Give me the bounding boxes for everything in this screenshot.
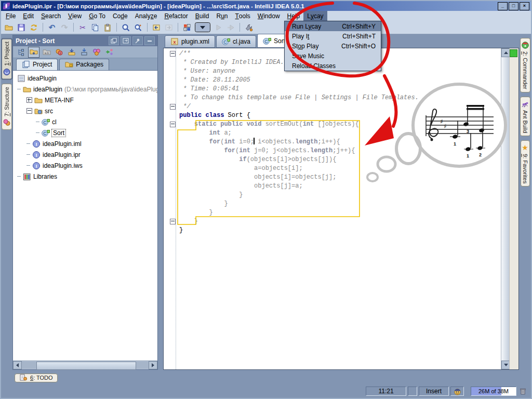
- panel-tab-packages[interactable]: Packages: [59, 59, 109, 70]
- code-line-14[interactable]: a=objects[i];: [164, 164, 500, 173]
- menubar-item-lycay[interactable]: Lycay: [303, 11, 327, 21]
- tree-item-sort[interactable]: CSort: [13, 127, 157, 138]
- code-line-5[interactable]: * Time: 0:05:41: [164, 85, 500, 94]
- toolwindow-button-ant-build[interactable]: Ant Build: [520, 97, 530, 136]
- code-line-17[interactable]: }: [164, 191, 500, 200]
- maximize-button[interactable]: □: [509, 2, 518, 10]
- toolbar-replace-button[interactable]: [132, 22, 144, 33]
- tree-item-src[interactable]: src: [13, 105, 157, 116]
- toolbar-back-button[interactable]: [151, 22, 162, 33]
- fold-marker[interactable]: [170, 104, 176, 110]
- code-line-10[interactable]: int a;: [164, 129, 500, 138]
- compact-packages-button[interactable]: a.b: [42, 47, 52, 57]
- toolbar-redo-button[interactable]: ↷: [59, 22, 70, 33]
- tree-item-ideaplugin-iml[interactable]: IideaPlugin.iml: [13, 138, 157, 149]
- menubar-item-tools[interactable]: Tools: [232, 11, 254, 21]
- toolbar-save-button[interactable]: [16, 22, 27, 33]
- menubar-item-view[interactable]: View: [64, 11, 85, 21]
- menu-item-reload-classes[interactable]: Reload Classes: [285, 61, 381, 71]
- editor-tab-cl-java[interactable]: Ccl.java: [216, 35, 256, 48]
- memory-indicator[interactable]: 26M of 38M: [471, 387, 516, 396]
- collapse-icon[interactable]: [26, 108, 32, 114]
- code-line-4[interactable]: * Date: 28.11.2005: [164, 76, 500, 85]
- toolwindow-button-7-structure[interactable]: 7: Structure: [2, 84, 12, 130]
- toolbar-paste-button[interactable]: [102, 22, 113, 33]
- toolwindow-button-2-commander[interactable]: 2: Commander: [520, 38, 530, 92]
- toolbar-settings-button[interactable]: [243, 22, 255, 33]
- editor[interactable]: /** * Created by IntelliJ IDEA. * User: …: [163, 48, 519, 370]
- tree-item-ideaplugin[interactable]: ideaPlugin: [13, 73, 157, 84]
- menubar-item-refactor[interactable]: Refactor: [161, 11, 191, 21]
- flatten-packages-button[interactable]: [28, 47, 39, 58]
- project-horizontal-scrollbar[interactable]: [13, 361, 157, 369]
- float-mode-button[interactable]: [109, 36, 119, 45]
- toolwindow-button-6-todo[interactable]: 6: TODO: [15, 374, 58, 382]
- toolbar-sync-button[interactable]: [28, 22, 39, 33]
- code-area[interactable]: /** * Created by IntelliJ IDEA. * User: …: [164, 49, 500, 369]
- minimize-button[interactable]: _: [498, 2, 508, 10]
- tree-item-ideaplugin-iws[interactable]: IideaPlugin.iws: [13, 160, 157, 171]
- expand-icon[interactable]: [26, 97, 32, 103]
- code-line-11[interactable]: for(int i=0; i<objects.length;i++){: [164, 138, 500, 147]
- code-line-20[interactable]: }: [164, 217, 500, 226]
- toolbar-undo-button[interactable]: ↶: [46, 22, 58, 33]
- menu-item-run-lycay[interactable]: Run LycayCtrl+Shift+Y: [285, 21, 381, 31]
- code-line-12[interactable]: for(int j=0; j<objects.length;j++){: [164, 147, 500, 155]
- toolwindow-button-9-favorites[interactable]: ★9: Favorites: [521, 140, 530, 187]
- tree-item-meta-inf[interactable]: META-INF: [13, 95, 157, 105]
- editor-vertical-scrollbar[interactable]: [501, 48, 510, 369]
- structure-view-button[interactable]: [16, 47, 26, 57]
- toolbar-find-button[interactable]: [120, 22, 131, 33]
- menubar-item-window[interactable]: Window: [254, 11, 284, 21]
- toolbar-open-button[interactable]: [3, 22, 15, 33]
- code-line-16[interactable]: objects[j]=a;: [164, 182, 500, 191]
- editor-tab-plugin-xml[interactable]: xplugin.xml: [165, 35, 215, 48]
- scrollbar-thumb[interactable]: [36, 362, 136, 370]
- code-line-19[interactable]: }: [164, 208, 500, 217]
- fold-marker[interactable]: [170, 122, 176, 127]
- sync-views-button[interactable]: [104, 47, 114, 57]
- autoscroll-to-source-button[interactable]: [66, 47, 77, 57]
- menubar-item-edit[interactable]: Edit: [19, 11, 37, 21]
- scroll-right-arrow[interactable]: [149, 361, 157, 369]
- show-members-button[interactable]: f: [54, 47, 64, 57]
- menubar-item-file[interactable]: File: [2, 11, 19, 21]
- toolbar-run-dropdown-button[interactable]: [194, 22, 211, 33]
- menubar-item-build[interactable]: Build: [192, 11, 213, 21]
- toolbar-copy-button[interactable]: [89, 22, 101, 33]
- autoscroll-from-source-button[interactable]: [79, 47, 89, 57]
- menu-item-stop-play[interactable]: Stop PlayCtrl+Shift+O: [285, 41, 381, 51]
- code-line-15[interactable]: objects[i]=objects[j];: [164, 173, 500, 182]
- inspection-profile-cell[interactable]: [450, 387, 464, 396]
- dock-mode-button[interactable]: [121, 36, 131, 45]
- tree-item-libraries[interactable]: Libraries: [13, 171, 157, 182]
- menubar-item-run[interactable]: Run: [212, 11, 231, 21]
- tree-item-ideaplugin-ipr[interactable]: IideaPlugin.ipr: [13, 149, 157, 160]
- menu-item-play-it[interactable]: Play ItCtrl+Shift+T: [285, 31, 381, 41]
- close-button[interactable]: ×: [520, 2, 529, 10]
- menubar-item-code[interactable]: Code: [109, 11, 131, 21]
- tree-item-ideaplugin[interactable]: ideaPlugin (D:\мои программы\java\ideaPl…: [13, 84, 157, 95]
- code-line-18[interactable]: }: [164, 200, 500, 208]
- fold-marker[interactable]: [170, 219, 176, 224]
- toolbar-forward-button[interactable]: [163, 22, 175, 33]
- garbage-collector-icon[interactable]: [519, 387, 527, 395]
- scroll-left-arrow[interactable]: [13, 361, 22, 369]
- menubar-item-go-to[interactable]: Go To: [85, 11, 109, 21]
- code-line-8[interactable]: public class Sort {: [164, 111, 500, 120]
- hide-panel-button[interactable]: [144, 36, 155, 45]
- code-line-21[interactable]: }: [164, 226, 500, 235]
- code-line-7[interactable]: */: [164, 102, 500, 111]
- menubar-item-help[interactable]: Help: [284, 11, 304, 21]
- pin-icon[interactable]: [132, 36, 143, 45]
- menu-item-save-music[interactable]: Save Music: [285, 51, 381, 61]
- panel-tab-project[interactable]: Project: [16, 59, 58, 70]
- menubar-item-search[interactable]: Search: [37, 11, 64, 21]
- toolbar-play-button[interactable]: [212, 22, 224, 33]
- tree-item-cl[interactable]: Ccl: [13, 116, 157, 127]
- fold-marker[interactable]: [170, 51, 176, 57]
- code-line-9[interactable]: static public void sortEmOut(int []objec…: [164, 120, 500, 129]
- toolbar-run-config-button[interactable]: 11: [181, 22, 193, 33]
- toolbar-cut-button[interactable]: ✂: [77, 22, 88, 33]
- scrollbar-track[interactable]: [22, 362, 149, 369]
